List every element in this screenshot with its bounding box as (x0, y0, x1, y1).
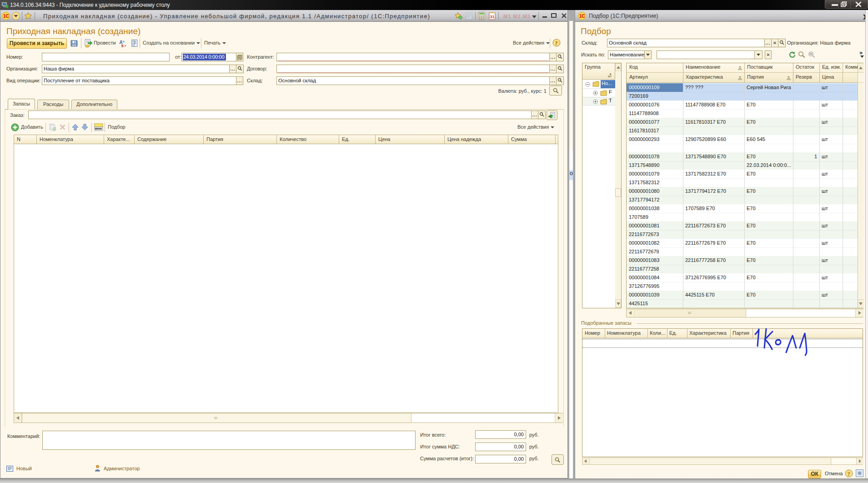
svg-text:т: т (123, 40, 125, 43)
svg-text:31: 31 (490, 15, 495, 19)
svg-text:1С: 1С (579, 14, 585, 19)
svg-text:К: К (121, 44, 124, 48)
svg-text:1С: 1С (3, 14, 9, 19)
svg-text:т: т (125, 44, 126, 47)
svg-text:?: ? (555, 40, 558, 46)
svg-text:?: ? (848, 471, 850, 477)
